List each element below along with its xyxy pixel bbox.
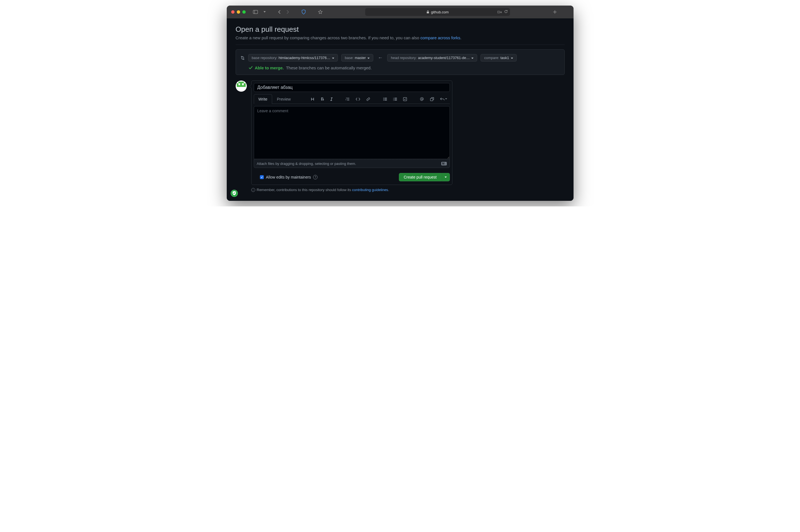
reload-icon[interactable] xyxy=(504,10,508,14)
star-icon[interactable] xyxy=(317,8,324,15)
url-host: github.com xyxy=(431,10,449,14)
back-button[interactable] xyxy=(276,9,283,15)
svg-point-3 xyxy=(241,56,242,57)
italic-icon[interactable] xyxy=(329,96,334,102)
caret-down-icon xyxy=(511,56,513,60)
svg-rect-15 xyxy=(395,99,397,99)
comment-textarea[interactable] xyxy=(254,106,450,159)
base-repo-label: base repository: xyxy=(252,56,278,60)
svg-point-6 xyxy=(383,99,384,99)
new-tab-button[interactable] xyxy=(551,9,558,15)
svg-rect-2 xyxy=(427,12,429,13)
attach-hint: Attach files by dragging & dropping, sel… xyxy=(257,162,356,166)
svg-rect-16 xyxy=(395,100,397,100)
security-badge-icon[interactable] xyxy=(231,190,238,197)
svg-rect-19 xyxy=(430,98,433,101)
svg-point-4 xyxy=(243,59,244,60)
base-repository-selector[interactable]: base repository: htmlacademy-htmlcss/117… xyxy=(248,54,338,61)
svg-rect-10 xyxy=(384,100,387,100)
compare-box: base repository: htmlacademy-htmlcss/117… xyxy=(236,49,565,75)
svg-point-7 xyxy=(383,100,384,100)
shield-icon[interactable] xyxy=(300,8,307,16)
pr-title-input[interactable] xyxy=(254,83,450,92)
page-content: Open a pull request Create a new pull re… xyxy=(227,18,574,201)
head-repo-value: academy-student/1173761-de… xyxy=(418,56,470,60)
code-icon[interactable] xyxy=(355,96,361,102)
reader-icon[interactable]: ⊡ᴀ xyxy=(497,10,502,14)
contributing-guidelines-link[interactable]: contributing guidelines xyxy=(352,188,388,192)
compare-branch-selector[interactable]: compare: task1 xyxy=(480,54,516,61)
sidebar-toggle-icon[interactable] xyxy=(251,9,260,15)
svg-point-5 xyxy=(383,97,384,98)
page-description-text: Create a new pull request by comparing c… xyxy=(236,35,421,40)
window-maximize-button[interactable] xyxy=(242,10,246,14)
caret-down-icon xyxy=(332,56,334,60)
mention-icon[interactable] xyxy=(419,96,425,102)
link-icon[interactable] xyxy=(365,96,371,102)
svg-rect-0 xyxy=(253,10,258,14)
branch-selector-row: base repository: htmlacademy-htmlcss/117… xyxy=(241,54,560,61)
tab-write[interactable]: Write xyxy=(254,94,272,104)
contributing-guidelines-note: i Remember, contributions to this reposi… xyxy=(251,188,452,192)
create-pull-request-button[interactable]: Create pull request xyxy=(399,173,441,181)
window-minimize-button[interactable] xyxy=(237,10,240,14)
check-icon xyxy=(249,65,253,70)
lock-icon xyxy=(426,10,429,14)
compare-label: compare: xyxy=(484,56,499,60)
user-avatar[interactable] xyxy=(236,80,247,92)
compare-across-forks-link[interactable]: compare across forks xyxy=(420,35,460,40)
head-repository-selector[interactable]: head repository: academy-student/1173761… xyxy=(387,54,477,61)
pull-request-form: Write Preview 123 xyxy=(236,80,565,185)
attach-files-bar[interactable]: Attach files by dragging & dropping, sel… xyxy=(254,159,450,168)
svg-point-18 xyxy=(421,98,423,100)
page-desc-suffix: . xyxy=(460,35,461,40)
ordered-list-icon[interactable]: 123 xyxy=(392,96,398,102)
unordered-list-icon[interactable] xyxy=(382,96,388,102)
forward-button[interactable] xyxy=(285,9,291,15)
quote-icon[interactable] xyxy=(345,96,351,102)
cross-reference-icon[interactable] xyxy=(429,96,435,102)
help-icon[interactable]: ? xyxy=(313,175,318,179)
bold-icon[interactable] xyxy=(320,96,325,102)
markdown-toolbar: 123 xyxy=(309,96,450,102)
page-title: Open a pull request xyxy=(236,25,565,34)
git-compare-icon xyxy=(241,56,245,60)
merge-message: These branches can be automatically merg… xyxy=(286,65,372,70)
checkbox-checked-icon: ✓ xyxy=(260,175,264,179)
tasklist-icon[interactable] xyxy=(402,96,408,102)
compare-value: task1 xyxy=(500,56,509,60)
allow-edits-label: Allow edits by maintainers xyxy=(266,175,311,179)
svg-text:3: 3 xyxy=(393,99,394,101)
page-description: Create a new pull request by comparing c… xyxy=(236,35,565,45)
comment-form-box: Write Preview 123 xyxy=(251,80,452,185)
svg-rect-8 xyxy=(384,98,387,98)
head-repo-label: head repository: xyxy=(391,56,417,60)
reply-icon[interactable] xyxy=(439,96,448,102)
guidelines-prefix: Remember, contributions to this reposito… xyxy=(257,188,353,192)
guidelines-suffix: . xyxy=(388,188,389,192)
tab-preview[interactable]: Preview xyxy=(272,94,296,104)
svg-rect-14 xyxy=(395,98,397,98)
markdown-icon[interactable]: M↓ xyxy=(441,162,446,166)
merge-able-text: Able to merge. xyxy=(255,65,284,70)
browser-titlebar: github.com ⊡ᴀ xyxy=(227,5,574,18)
base-branch-selector[interactable]: base: master xyxy=(341,54,374,61)
window-close-button[interactable] xyxy=(231,10,234,14)
base-repo-value: htmlacademy-htmlcss/117376… xyxy=(279,56,330,60)
url-bar[interactable]: github.com ⊡ᴀ xyxy=(365,8,510,16)
svg-rect-9 xyxy=(384,99,387,99)
base-label: base: xyxy=(345,56,354,60)
window-controls xyxy=(231,10,246,14)
chevron-down-icon[interactable] xyxy=(262,10,267,14)
caret-down-icon xyxy=(471,56,474,60)
heading-icon[interactable] xyxy=(309,96,316,102)
caret-down-icon xyxy=(367,56,370,60)
allow-edits-checkbox[interactable]: ✓ Allow edits by maintainers ? xyxy=(254,175,318,179)
arrow-left-icon: ← xyxy=(377,55,384,61)
info-icon: i xyxy=(251,188,255,192)
browser-window: github.com ⊡ᴀ Open a pull request Create… xyxy=(227,5,574,201)
merge-status: Able to merge. These branches can be aut… xyxy=(241,65,560,70)
base-value: master xyxy=(355,56,366,60)
create-pr-dropdown-button[interactable] xyxy=(441,173,450,181)
